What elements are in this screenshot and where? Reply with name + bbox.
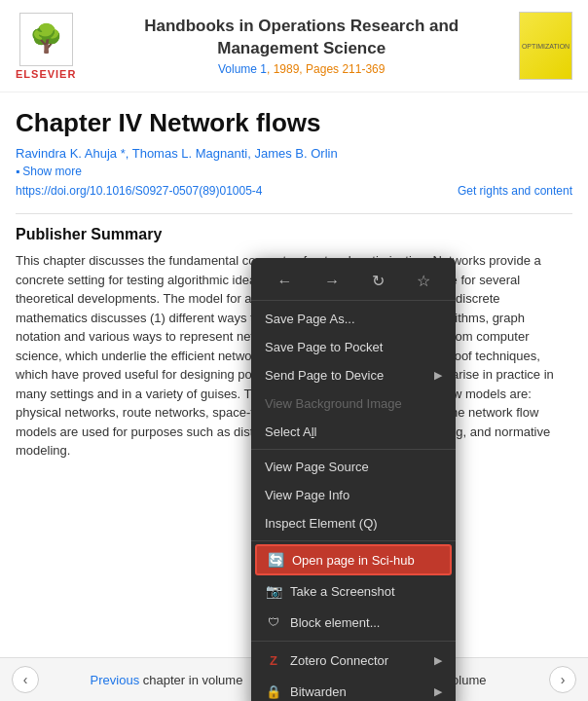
send-to-device-label: Send Page to Device <box>265 368 384 383</box>
reload-button[interactable]: ↻ <box>366 270 390 292</box>
divider <box>16 213 572 214</box>
rights-link[interactable]: Get rights and content <box>458 184 572 198</box>
take-screenshot-item[interactable]: 📷 Take a Screenshot <box>251 575 456 607</box>
logo-box: 🌳 <box>19 13 73 66</box>
expand-icon: ▪ <box>16 165 19 178</box>
journal-meta: Volume 1, 1989, Pages 211-369 <box>95 62 507 76</box>
inspect-element-item[interactable]: Inspect Element (Q) <box>251 509 456 537</box>
page-header: 🌳 ELSEVIER Handbooks in Operations Resea… <box>0 0 588 92</box>
open-scihub-item[interactable]: 🔄 Open page in Sci-hub <box>255 544 452 575</box>
block-element-item[interactable]: 🛡 Block element... <box>251 607 456 638</box>
bitwarden-icon: 🔒 <box>265 683 282 700</box>
save-to-pocket-item[interactable]: Save Page to Pocket <box>251 333 456 361</box>
back-button[interactable]: ← <box>271 271 298 292</box>
elsevier-logo: 🌳 ELSEVIER <box>16 13 76 80</box>
doi-link[interactable]: https://doi.org/10.1016/S0927-0507(89)01… <box>16 184 263 198</box>
select-all-item[interactable]: Select All <box>251 418 456 446</box>
view-source-item[interactable]: View Page Source <box>251 453 456 481</box>
volume-link[interactable]: Volume 1 <box>218 62 267 76</box>
context-menu: ← → ↻ ☆ Save Page As... Save Page to Poc… <box>251 258 456 701</box>
prev-suffix: chapter in volume <box>139 673 242 687</box>
send-to-device-item[interactable]: Send Page to Device ▶ <box>251 361 456 389</box>
send-device-arrow-icon: ▶ <box>434 369 442 382</box>
view-bg-image-label: View Background Image <box>265 396 402 411</box>
header-center: Handbooks in Operations Research and Man… <box>95 16 507 75</box>
select-all-label: Select All <box>265 424 316 439</box>
forward-button[interactable]: → <box>318 271 346 292</box>
doi-row: https://doi.org/10.1016/S0927-0507(89)01… <box>16 184 572 198</box>
next-chapter-button[interactable]: › <box>549 666 576 693</box>
block-element-label: Block element... <box>290 615 381 630</box>
bitwarden-item[interactable]: 🔒 Bitwarden ▶ <box>251 676 456 701</box>
save-page-as-label: Save Page As... <box>265 312 355 326</box>
zotero-arrow-icon: ▶ <box>434 654 442 667</box>
separator-2 <box>251 540 456 541</box>
scihub-icon: 🔄 <box>267 551 284 569</box>
separator-1 <box>251 449 456 450</box>
prev-chapter-link[interactable]: Previous <box>91 673 140 687</box>
elsevier-wordmark: ELSEVIER <box>16 68 76 80</box>
view-info-label: View Page Info <box>265 488 349 502</box>
zotero-connector-item[interactable]: Z Zotero Connector ▶ <box>251 645 456 676</box>
logo-tree-icon: 🌳 <box>29 25 63 53</box>
authors[interactable]: Ravindra K. Ahuja *, Thomas L. Magnanti,… <box>16 146 572 161</box>
inspect-element-label: Inspect Element (Q) <box>265 516 378 531</box>
prev-chapter-button[interactable]: ‹ <box>12 666 39 693</box>
screenshot-icon: 📷 <box>265 582 282 600</box>
view-source-label: View Page Source <box>265 460 369 474</box>
pub-summary-heading: Publisher Summary <box>16 226 572 243</box>
view-bg-image-item: View Background Image <box>251 389 456 418</box>
zotero-icon: Z <box>265 651 282 669</box>
context-menu-navbar: ← → ↻ ☆ <box>251 264 456 301</box>
save-to-pocket-label: Save Page to Pocket <box>265 340 383 354</box>
bookmark-button[interactable]: ☆ <box>411 270 436 292</box>
journal-title: Handbooks in Operations Research and Man… <box>95 16 507 58</box>
separator-3 <box>251 641 456 642</box>
zotero-connector-label: Zotero Connector <box>290 653 388 668</box>
bitwarden-arrow-icon: ▶ <box>434 685 442 698</box>
chapter-title: Chapter IV Network flows <box>16 108 572 138</box>
open-scihub-label: Open page in Sci-hub <box>292 553 415 568</box>
save-page-as-item[interactable]: Save Page As... <box>251 305 456 333</box>
show-more-button[interactable]: ▪ Show more <box>16 165 572 178</box>
book-cover-thumbnail: OPTIMIZATION <box>519 12 572 80</box>
take-screenshot-label: Take a Screenshot <box>290 584 395 599</box>
block-icon: 🛡 <box>265 613 282 631</box>
bitwarden-label: Bitwarden <box>290 684 347 699</box>
show-more-label: Show more <box>22 165 82 178</box>
view-info-item[interactable]: View Page Info <box>251 481 456 509</box>
